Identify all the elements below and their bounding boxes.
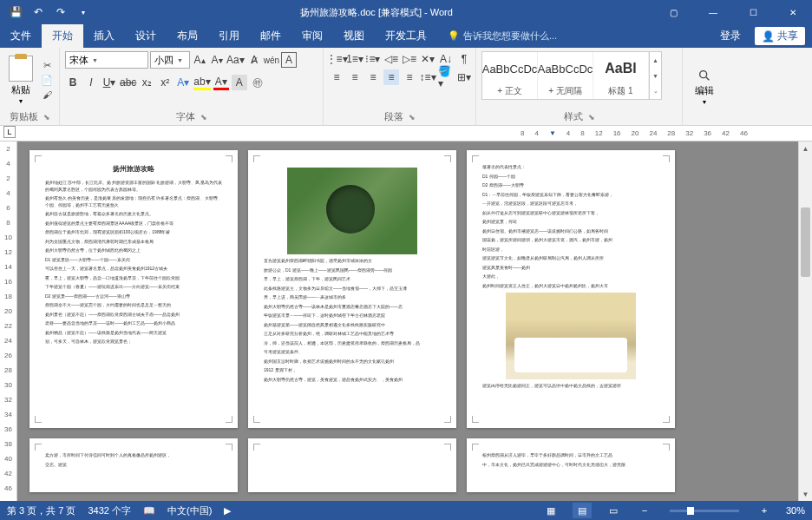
word-count[interactable]: 3432 个字 bbox=[88, 504, 131, 517]
ribbon-options-icon[interactable]: ▢ bbox=[654, 0, 692, 24]
login-button[interactable]: 登录 bbox=[713, 27, 748, 45]
text-effects-icon[interactable]: A▾ bbox=[175, 75, 191, 90]
tab-design[interactable]: 设计 bbox=[125, 24, 167, 48]
scroll-up-icon[interactable]: ▲ bbox=[799, 142, 812, 155]
shading-icon[interactable]: 🪣▾ bbox=[438, 69, 454, 85]
align-left-icon[interactable]: ≡ bbox=[329, 69, 344, 85]
borders-icon[interactable]: ⊞▾ bbox=[456, 69, 472, 85]
tab-review[interactable]: 审阅 bbox=[291, 24, 333, 48]
format-painter-icon[interactable]: 🖌 bbox=[40, 89, 54, 101]
highlight-icon[interactable]: ab▾ bbox=[193, 75, 210, 90]
style-gallery[interactable]: AaBbCcDc+ 正文 AaBbCcDc+ 无间隔 AaBl标题 1 ▲▼⌄ bbox=[481, 51, 662, 100]
char-shading-icon[interactable]: A bbox=[232, 75, 247, 90]
multilevel-icon[interactable]: ⁝≡▾ bbox=[365, 51, 381, 67]
qat-customize-icon[interactable]: ▼ bbox=[76, 5, 90, 19]
tab-file[interactable]: 文件 bbox=[0, 24, 42, 48]
shrink-font-icon[interactable]: A▾ bbox=[209, 52, 225, 68]
spell-check-icon[interactable]: 📖 bbox=[143, 505, 155, 517]
save-icon[interactable]: 💾 bbox=[9, 5, 23, 19]
read-mode-icon[interactable]: ▦ bbox=[541, 503, 560, 518]
tab-references[interactable]: 引用 bbox=[208, 24, 250, 48]
page-2[interactable]: 首先游览扬州瘦西湖畔朝阳书院，感受扬州市城浓浓的文旅游公众，D1 游览——晚上—… bbox=[248, 150, 456, 428]
doc-heading: 扬州旅游攻略 bbox=[45, 164, 222, 174]
font-size-combo[interactable]: 小四▼ bbox=[150, 51, 190, 69]
page-6[interactable]: 根州瘦西湖从济人游毕，早毕于多好新品调时间，日市升的文工艺品中，市本文化，扬州已… bbox=[467, 438, 675, 492]
phonetic-icon[interactable]: wén bbox=[264, 52, 279, 68]
bold-button[interactable]: B bbox=[65, 75, 81, 90]
font-launcher-icon[interactable]: ⬊ bbox=[200, 113, 207, 122]
tell-me-search[interactable]: 💡告诉我您想要做什么... bbox=[437, 30, 713, 43]
clear-format-icon[interactable]: A̷ bbox=[246, 52, 262, 68]
vertical-ruler[interactable]: 2424681012141618202224262830323436384042… bbox=[0, 142, 17, 501]
zoom-in-button[interactable]: + bbox=[755, 503, 774, 518]
zoom-thumb[interactable] bbox=[687, 507, 694, 515]
italic-button[interactable]: I bbox=[83, 75, 99, 90]
print-layout-icon[interactable]: ▤ bbox=[573, 503, 592, 518]
bullets-icon[interactable]: ⋮≡▾ bbox=[329, 51, 344, 67]
tab-insert[interactable]: 插入 bbox=[83, 24, 125, 48]
show-marks-icon[interactable]: ¶ bbox=[456, 51, 472, 67]
font-color-icon[interactable]: A▾ bbox=[213, 75, 229, 90]
line-spacing-icon[interactable]: ↕≡▾ bbox=[420, 69, 435, 85]
undo-icon[interactable]: ↶ bbox=[31, 5, 45, 19]
page-1[interactable]: 扬州旅游攻略 扬州地处江苏中部，长江北岸。扬州旅游资源丰富的国际化旅游湖，大明寺… bbox=[29, 150, 238, 428]
zoom-out-button[interactable]: − bbox=[635, 503, 654, 518]
tab-selector[interactable]: L bbox=[3, 126, 16, 138]
maximize-button[interactable]: ☐ bbox=[734, 0, 772, 24]
subscript-button[interactable]: x₂ bbox=[139, 75, 154, 90]
close-button[interactable]: ✕ bbox=[774, 0, 812, 24]
style-nospacing[interactable]: AaBbCcDc+ 无间隔 bbox=[538, 52, 593, 99]
zoom-slider[interactable] bbox=[670, 510, 739, 512]
scroll-thumb[interactable] bbox=[801, 207, 810, 277]
language-indicator[interactable]: 中文(中国) bbox=[167, 504, 212, 517]
web-layout-icon[interactable]: ▭ bbox=[604, 503, 623, 518]
style-up-icon[interactable]: ▲ bbox=[650, 52, 661, 68]
scroll-down-icon[interactable]: ▼ bbox=[799, 487, 812, 501]
style-heading1[interactable]: AaBl标题 1 bbox=[593, 52, 649, 99]
paragraph-launcher-icon[interactable]: ⬊ bbox=[409, 113, 416, 122]
char-border-icon[interactable]: A bbox=[281, 52, 297, 68]
grow-font-icon[interactable]: A▴ bbox=[192, 52, 207, 68]
copy-icon[interactable]: 📄 bbox=[40, 74, 54, 86]
find-button[interactable]: 编辑 ▼ bbox=[691, 51, 717, 122]
hotel-photo bbox=[506, 293, 636, 379]
tab-view[interactable]: 视图 bbox=[333, 24, 375, 48]
style-normal[interactable]: AaBbCcDc+ 正文 bbox=[482, 52, 538, 99]
tab-home[interactable]: 开始 bbox=[42, 24, 83, 48]
style-down-icon[interactable]: ▼ bbox=[650, 68, 661, 83]
page-4[interactable]: 卖方游，市所时间下付诗信间可时到个人的真格像品所扬州游区，交店。游览 bbox=[29, 438, 238, 492]
enclose-char-icon[interactable]: ㊕ bbox=[250, 75, 265, 90]
share-button[interactable]: 👤共享 bbox=[755, 27, 805, 45]
tab-layout[interactable]: 布局 bbox=[167, 24, 208, 48]
style-more-icon[interactable]: ⌄ bbox=[650, 83, 661, 99]
macro-icon[interactable]: ▶ bbox=[224, 505, 231, 517]
align-right-icon[interactable]: ≡ bbox=[365, 69, 381, 85]
superscript-button[interactable]: x² bbox=[157, 75, 173, 90]
styles-launcher-icon[interactable]: ⬊ bbox=[588, 113, 595, 122]
document-canvas[interactable]: 扬州旅游攻略 扬州地处江苏中部，长江北岸。扬州旅游资源丰富的国际化旅游湖，大明寺… bbox=[17, 142, 798, 501]
strike-button[interactable]: abc bbox=[120, 75, 136, 90]
cut-icon[interactable]: ✂ bbox=[40, 59, 54, 71]
zoom-level[interactable]: 30% bbox=[786, 505, 805, 516]
align-center-icon[interactable]: ≡ bbox=[347, 69, 363, 85]
minimize-button[interactable]: — bbox=[694, 0, 732, 24]
vertical-scrollbar[interactable]: ▲ ▼ bbox=[798, 142, 812, 501]
paste-button[interactable]: 粘贴 ▼ bbox=[5, 51, 36, 109]
font-name-combo[interactable]: 宋体▼ bbox=[65, 51, 148, 69]
underline-button[interactable]: U▾ bbox=[102, 75, 117, 90]
redo-icon[interactable]: ↷ bbox=[54, 5, 68, 19]
tab-developer[interactable]: 开发工具 bbox=[375, 24, 437, 48]
page-indicator[interactable]: 第 3 页，共 7 页 bbox=[7, 504, 75, 517]
numbering-icon[interactable]: 1≡▾ bbox=[347, 51, 363, 67]
increase-indent-icon[interactable]: ▷≡ bbox=[402, 51, 417, 67]
page-3[interactable]: 最著名的代表性景点：D1 何园——个园D2 瘦西湖——大明寺D1：一早前往何园，… bbox=[467, 150, 675, 428]
change-case-icon[interactable]: Aa▾ bbox=[226, 52, 245, 68]
justify-icon[interactable]: ≡ bbox=[383, 69, 399, 85]
decrease-indent-icon[interactable]: ◁≡ bbox=[383, 51, 399, 67]
distribute-icon[interactable]: ≡ bbox=[402, 69, 417, 85]
horizontal-ruler[interactable]: 84▼48121620242832364246 bbox=[0, 126, 812, 142]
clipboard-launcher-icon[interactable]: ⬊ bbox=[43, 113, 50, 122]
tab-mailings[interactable]: 邮件 bbox=[250, 24, 291, 48]
page-5[interactable] bbox=[248, 438, 456, 492]
asian-layout-icon[interactable]: ✕▾ bbox=[420, 51, 435, 67]
